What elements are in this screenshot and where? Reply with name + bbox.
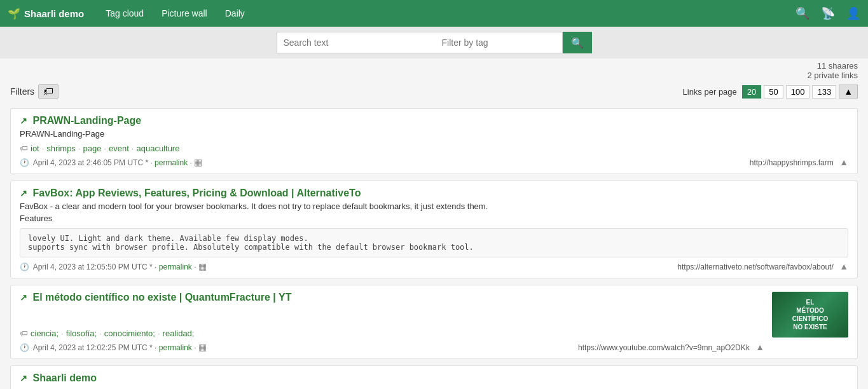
user-icon[interactable]: 👤 bbox=[846, 6, 860, 20]
brand-icon: 🌱 bbox=[8, 8, 20, 20]
search-button[interactable]: 🔍 bbox=[563, 32, 592, 53]
quantum-thumbnail: EL MÉTODO CIENTÍFICO NO EXISTE bbox=[772, 292, 848, 338]
per-page-20[interactable]: 20 bbox=[742, 85, 761, 99]
tag-filosofia[interactable]: filosofía; bbox=[66, 329, 97, 338]
tag-realidad[interactable]: realidad; bbox=[163, 329, 195, 338]
quantum-url: https://www.youtube.com/watch?v=9mn_apO2… bbox=[578, 343, 752, 352]
search-icon[interactable]: 🔍 bbox=[796, 6, 809, 20]
clock-icon-3: 🕐 bbox=[20, 343, 29, 352]
tag-page[interactable]: page bbox=[83, 144, 102, 153]
per-page-label: Links per page bbox=[683, 87, 737, 97]
tag-iot[interactable]: iot bbox=[31, 144, 39, 153]
prawn-url-link[interactable]: http://happyshrimps.farm bbox=[750, 158, 834, 167]
filter-tag-button[interactable]: 🏷 bbox=[38, 84, 59, 99]
quantum-date: 🕐 April 4, 2023 at 12:02:25 PM UTC * · p… bbox=[20, 342, 207, 352]
prawn-url-area: http://happyshrimps.farm ▲ bbox=[750, 157, 848, 167]
tag-event[interactable]: event bbox=[109, 144, 129, 153]
quantum-qr-icon[interactable]: ▦ bbox=[198, 342, 207, 352]
tag-aquaculture[interactable]: aquaculture bbox=[136, 144, 179, 153]
favbox-date: 🕐 April 4, 2023 at 12:05:50 PM UTC * · p… bbox=[20, 261, 207, 271]
prawn-qr-icon[interactable]: ▦ bbox=[194, 157, 202, 167]
per-page-133[interactable]: 133 bbox=[812, 85, 836, 99]
tag-conocimiento[interactable]: conocimiento; bbox=[104, 329, 155, 338]
favbox-qr-icon[interactable]: ▦ bbox=[198, 261, 207, 271]
search-input[interactable] bbox=[277, 32, 436, 53]
filters-left: Filters 🏷 bbox=[10, 84, 59, 99]
quantum-collapse[interactable]: ▲ bbox=[755, 342, 764, 352]
clock-icon-2: 🕐 bbox=[20, 263, 29, 271]
thumb-visual: EL MÉTODO CIENTÍFICO NO EXISTE bbox=[772, 292, 848, 338]
prawn-desc: PRAWN-Landing-Page bbox=[20, 129, 848, 139]
quantum-tags: 🏷 ciencia; · filosofía; · conocimiento; … bbox=[20, 329, 764, 338]
filters-label: Filters bbox=[10, 86, 34, 97]
favbox-url-link[interactable]: https://alternativeto.net/software/favbo… bbox=[677, 263, 833, 271]
shaarli-title: ↗ Shaarli demo bbox=[20, 372, 848, 384]
favbox-url: https://alternativeto.net/software/favbo… bbox=[677, 263, 836, 271]
favbox-permalink[interactable]: permalink bbox=[159, 263, 192, 271]
search-bar: 🔍 bbox=[0, 27, 868, 58]
rss-icon[interactable]: 📡 bbox=[821, 6, 835, 20]
favbox-meta: 🕐 April 4, 2023 at 12:05:50 PM UTC * · p… bbox=[20, 261, 848, 271]
brand-link[interactable]: 🌱 Shaarli demo bbox=[8, 8, 84, 20]
quantum-title: ↗ El método científico no existe | Quant… bbox=[20, 292, 764, 303]
scroll-top-button[interactable]: ▲ bbox=[839, 85, 858, 99]
favbox-title-link[interactable]: FavBox: App Reviews, Features, Pricing &… bbox=[32, 188, 361, 198]
favbox-collapse[interactable]: ▲ bbox=[839, 261, 848, 271]
prawn-meta: 🕐 April 4, 2023 at 2:46:05 PM UTC * · pe… bbox=[20, 157, 848, 167]
external-link-icon-4: ↗ bbox=[20, 373, 27, 383]
link-card-quantum: ↗ El método científico no existe | Quant… bbox=[10, 285, 858, 359]
content-area: ↗ PRAWN-Landing-Page PRAWN-Landing-Page … bbox=[0, 103, 868, 389]
quantum-meta: 🕐 April 4, 2023 at 12:02:25 PM UTC * · p… bbox=[20, 342, 764, 352]
prawn-permalink[interactable]: permalink bbox=[155, 158, 188, 167]
stats-row: 11 shaares 2 private links bbox=[0, 58, 868, 80]
tag-icon: 🏷 bbox=[20, 144, 28, 153]
navbar-right: 🔍 📡 👤 bbox=[796, 6, 860, 20]
shaarli-title-link[interactable]: Shaarli demo bbox=[32, 372, 96, 383]
per-page-100[interactable]: 100 bbox=[786, 85, 810, 99]
thumb-line1: EL bbox=[806, 298, 815, 306]
private-count: 2 bbox=[808, 71, 812, 80]
thumb-line2: MÉTODO bbox=[796, 306, 824, 315]
tag-shrimps[interactable]: shrimps bbox=[46, 144, 76, 153]
external-link-icon-3: ↗ bbox=[20, 292, 27, 303]
private-label: private links bbox=[814, 71, 858, 80]
brand-label: Shaarli demo bbox=[24, 8, 84, 19]
link-card-favbox: ↗ FavBox: App Reviews, Features, Pricing… bbox=[10, 181, 858, 278]
favbox-code: lovely UI. Light and dark theme. Availab… bbox=[20, 228, 848, 257]
navbar: 🌱 Shaarli demo Tag cloud Picture wall Da… bbox=[0, 0, 868, 27]
favbox-desc: FavBox - a clear and modern tool for you… bbox=[20, 201, 848, 211]
quantum-url-area: https://www.youtube.com/watch?v=9mn_apO2… bbox=[578, 342, 764, 352]
thumb-line4: NO EXISTE bbox=[793, 323, 827, 331]
shaares-label: shaares bbox=[829, 61, 858, 71]
shaares-count: 11 bbox=[817, 61, 826, 71]
quantum-title-link[interactable]: El método científico no existe | Quantum… bbox=[32, 292, 291, 303]
nav-tag-cloud[interactable]: Tag cloud bbox=[97, 0, 153, 27]
favbox-url-area: https://alternativeto.net/software/favbo… bbox=[677, 261, 848, 271]
prawn-url: http://happyshrimps.farm bbox=[750, 158, 836, 167]
filters-right: Links per page 20 50 100 133 ▲ bbox=[683, 85, 858, 99]
prawn-title: ↗ PRAWN-Landing-Page bbox=[20, 115, 848, 126]
prawn-date: 🕐 April 4, 2023 at 2:46:05 PM UTC * · pe… bbox=[20, 157, 202, 167]
clock-icon: 🕐 bbox=[20, 158, 29, 167]
per-page-50[interactable]: 50 bbox=[764, 85, 783, 99]
prawn-collapse[interactable]: ▲ bbox=[839, 157, 848, 167]
prawn-tags: 🏷 iot · shrimps · page · event · aquacul… bbox=[20, 144, 848, 153]
quantum-url-link[interactable]: https://www.youtube.com/watch?v=9mn_apO2… bbox=[578, 343, 750, 352]
prawn-title-link[interactable]: PRAWN-Landing-Page bbox=[32, 115, 141, 126]
filter-tag-input[interactable] bbox=[436, 32, 563, 53]
quantum-card-body: ↗ El método científico no existe | Quant… bbox=[20, 292, 848, 352]
favbox-title: ↗ FavBox: App Reviews, Features, Pricing… bbox=[20, 188, 848, 199]
nav-daily[interactable]: Daily bbox=[216, 0, 254, 27]
external-link-icon: ↗ bbox=[20, 116, 27, 126]
nav-picture-wall[interactable]: Picture wall bbox=[153, 0, 216, 27]
quantum-permalink[interactable]: permalink bbox=[159, 343, 192, 352]
link-card-prawn: ↗ PRAWN-Landing-Page PRAWN-Landing-Page … bbox=[10, 108, 858, 174]
favbox-features: Features bbox=[20, 214, 848, 223]
link-card-shaarli: ↗ Shaarli demo bbox=[10, 365, 858, 389]
tag-icon-3: 🏷 bbox=[20, 329, 28, 338]
thumb-line3: CIENTÍFICO bbox=[792, 315, 829, 323]
quantum-body: ↗ El método científico no existe | Quant… bbox=[20, 292, 764, 352]
filters-row: Filters 🏷 Links per page 20 50 100 133 ▲ bbox=[0, 80, 868, 103]
tag-ciencia[interactable]: ciencia; bbox=[31, 329, 59, 338]
external-link-icon-2: ↗ bbox=[20, 188, 27, 198]
